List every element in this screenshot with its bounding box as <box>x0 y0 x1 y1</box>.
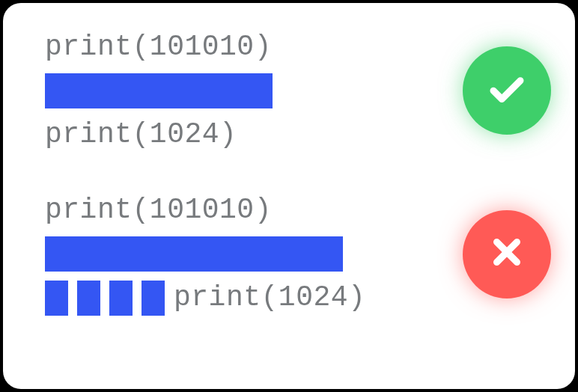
code-examples-card: print(101010) print(1024) print(101010) … <box>3 3 575 389</box>
highlight-bar <box>45 236 343 272</box>
code-line-3: print(1024) <box>45 117 425 152</box>
code-line-1: print(101010) <box>45 193 425 227</box>
close-icon <box>487 232 527 276</box>
example-incorrect: print(101010) print(1024) <box>45 193 545 316</box>
status-badge-success <box>463 46 551 135</box>
highlight-bar <box>45 73 273 108</box>
highlight-row <box>45 73 425 108</box>
indent-segment <box>109 281 133 316</box>
code-line-1: print(101010) <box>45 30 425 64</box>
code-line-3-indented: print(1024) <box>45 281 425 316</box>
indent-segment <box>45 281 68 316</box>
example-correct: print(101010) print(1024) <box>45 30 545 151</box>
check-icon <box>487 69 527 113</box>
highlight-row <box>45 236 425 272</box>
code-text: print(1024) <box>174 281 365 315</box>
indent-segment <box>77 281 100 316</box>
indent-segment <box>142 281 165 316</box>
status-badge-error <box>463 210 551 298</box>
